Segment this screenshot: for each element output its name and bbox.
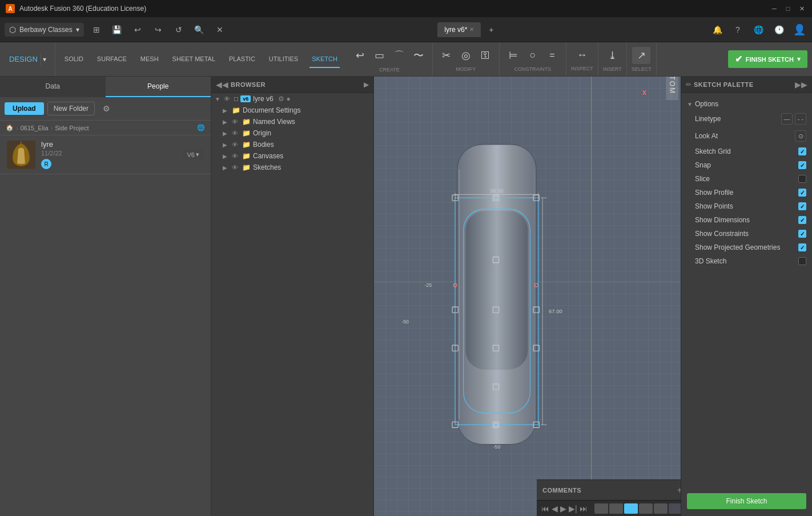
linetype-solid-icon[interactable]: — (781, 113, 793, 125)
component-more-icon[interactable]: ● (287, 95, 291, 103)
named-views-expand[interactable]: ▶ (223, 119, 230, 125)
palette-row-show-constraints[interactable]: Show Constraints (681, 227, 812, 241)
comments-add-button[interactable]: + (677, 485, 681, 495)
timeline-slot[interactable] (609, 503, 623, 514)
eye-icon-component[interactable]: 👁 (224, 95, 232, 102)
palette-row-look-at[interactable]: Look At ⊙ (681, 127, 812, 145)
breadcrumb-folder[interactable]: 0615_Elia (21, 125, 49, 131)
apps-button[interactable]: ⊞ (89, 22, 104, 38)
active-tab[interactable]: lyre v6* ✕ (437, 22, 481, 37)
timeline-prev-button[interactable]: ◀ (552, 504, 558, 513)
maximize-button[interactable]: □ (783, 4, 793, 13)
tab-sketch[interactable]: SKETCH (309, 51, 340, 68)
refresh-button[interactable]: ↺ (171, 22, 187, 38)
equal-tool[interactable]: = (543, 47, 561, 64)
trim-tool[interactable]: ✂ (437, 47, 456, 64)
bodies-eye-icon[interactable]: 👁 (232, 141, 240, 148)
show-profile-checkbox[interactable] (798, 189, 806, 197)
rectangle-tool[interactable]: ▭ (371, 46, 389, 65)
design-dropdown[interactable]: DESIGN ▾ (7, 53, 48, 66)
timeline-slot[interactable] (669, 503, 681, 514)
browser-expand-button[interactable]: ▶ (364, 81, 369, 89)
network-button[interactable]: 🌐 (750, 22, 766, 38)
select-tool[interactable]: ↗ (632, 47, 650, 64)
show-dimensions-checkbox[interactable] (798, 216, 806, 224)
component-expand-arrow[interactable]: ▼ (215, 96, 222, 102)
show-projected-checkbox[interactable] (798, 243, 806, 251)
palette-row-show-profile[interactable]: Show Profile (681, 186, 812, 199)
look-at-icon[interactable]: ⊙ (795, 130, 806, 142)
canvases-expand[interactable]: ▶ (223, 153, 230, 159)
create-sketch-tool[interactable]: ↩ (351, 46, 369, 65)
timeline-slot[interactable] (654, 503, 668, 514)
tab-close-button[interactable]: ✕ (469, 26, 474, 33)
tab-surface[interactable]: SURFACE (95, 51, 129, 68)
breadcrumb-home-icon[interactable]: 🏠 (6, 124, 14, 131)
offset-tool[interactable]: ◎ (457, 47, 475, 64)
close-button[interactable]: ✕ (797, 4, 806, 13)
tab-people[interactable]: People (106, 77, 211, 97)
design-button[interactable]: DESIGN (7, 53, 40, 66)
new-tab-button[interactable]: + (483, 22, 499, 38)
close-panel-button[interactable]: ✕ (212, 22, 228, 38)
palette-expand-button[interactable]: ▶▶ (795, 80, 807, 89)
search-button[interactable]: 🔍 (191, 22, 207, 38)
upload-button[interactable]: Upload (5, 102, 44, 115)
doc-settings-expand[interactable]: ▶ (223, 107, 230, 114)
minimize-button[interactable]: ─ (770, 4, 779, 13)
sketches-eye-icon[interactable]: 👁 (232, 164, 240, 171)
slice-checkbox[interactable] (798, 175, 806, 183)
component-settings-icon[interactable]: ⚙ (278, 95, 284, 103)
finish-sketch-button[interactable]: ✔ FINISH SKETCH ▾ (728, 50, 807, 68)
constraint-tool[interactable]: ⊨ (504, 47, 522, 64)
clock-button[interactable]: 🕐 (771, 22, 787, 38)
settings-button[interactable]: ⚙ (98, 101, 114, 117)
browser-bodies[interactable]: ▶ 👁 📁 Bodies (211, 139, 373, 150)
browser-named-views[interactable]: ▶ 👁 📁 Named Views (211, 116, 373, 127)
timeline-first-button[interactable]: ⏮ (541, 504, 549, 513)
palette-row-snap[interactable]: Snap (681, 158, 812, 172)
help-button[interactable]: ? (730, 22, 746, 38)
tab-solid[interactable]: SOLID (62, 51, 86, 68)
new-folder-button[interactable]: New Folder (47, 102, 95, 115)
3d-sketch-checkbox[interactable] (798, 257, 806, 265)
origin-expand[interactable]: ▶ (223, 130, 230, 137)
breadcrumb-project[interactable]: Side Project (55, 125, 89, 131)
finish-sketch-palette-button[interactable]: Finish Sketch (687, 493, 806, 509)
timeline-slot[interactable] (639, 503, 653, 514)
measure-tool[interactable]: ↔ (573, 47, 591, 63)
browser-origin[interactable]: ▶ 👁 📁 Origin (211, 127, 373, 139)
tab-data[interactable]: Data (0, 77, 106, 97)
project-card[interactable]: lyre 11/2/22 R V6 ▾ (0, 135, 211, 174)
tab-utilities[interactable]: UTILITIES (267, 51, 300, 68)
browser-doc-settings[interactable]: ▶ 📁 Document Settings (211, 105, 373, 116)
notifications-button[interactable]: 🔔 (709, 22, 725, 38)
sketches-expand[interactable]: ▶ (223, 165, 230, 171)
options-header[interactable]: ▼ Options (681, 98, 812, 110)
tab-mesh[interactable]: MESH (138, 51, 161, 68)
canvas-area[interactable]: 36.00 67.00 -25 -50 -50 (374, 77, 681, 516)
user-avatar[interactable]: 👤 (791, 22, 807, 38)
timeline-slot[interactable] (594, 503, 608, 514)
timeline-last-button[interactable]: ⏭ (580, 504, 588, 513)
palette-row-slice[interactable]: Slice (681, 172, 812, 186)
browser-canvases[interactable]: ▶ 👁 📁 Canvases (211, 150, 373, 162)
project-tool[interactable]: ⚿ (476, 47, 495, 64)
undo-button[interactable]: ↩ (130, 22, 146, 38)
timeline-next-button[interactable]: ▶| (569, 504, 577, 513)
palette-row-sketch-grid[interactable]: Sketch Grid (681, 145, 812, 158)
world-icon[interactable]: 🌐 (197, 124, 205, 131)
browser-sketches[interactable]: ▶ 👁 📁 Sketches (211, 162, 373, 173)
palette-row-3d-sketch[interactable]: 3D Sketch (681, 254, 812, 268)
browser-collapse-button[interactable]: ◀◀ (216, 80, 228, 89)
palette-row-show-dimensions[interactable]: Show Dimensions (681, 213, 812, 227)
version-badge[interactable]: V6 ▾ (183, 150, 204, 159)
palette-row-show-points[interactable]: Show Points (681, 199, 812, 213)
named-views-eye-icon[interactable]: 👁 (232, 118, 240, 125)
bodies-expand[interactable]: ▶ (223, 142, 230, 148)
origin-eye-icon[interactable]: 👁 (232, 130, 240, 137)
insert-tool[interactable]: ⤓ (603, 47, 621, 64)
canvases-eye-icon[interactable]: 👁 (232, 153, 240, 159)
timeline-play-button[interactable]: ▶ (560, 504, 566, 513)
show-constraints-checkbox[interactable] (798, 230, 806, 238)
